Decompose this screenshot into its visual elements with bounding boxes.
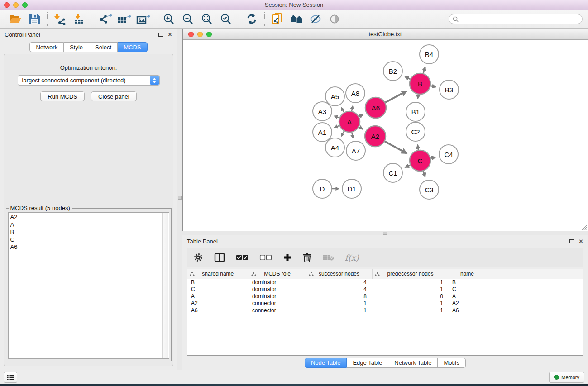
graph-node-A1[interactable]: A1 bbox=[313, 123, 332, 142]
graph-node-D[interactable]: D bbox=[313, 179, 332, 198]
cell-predecessor_nodes[interactable]: 1 bbox=[372, 279, 449, 286]
table-tab-edge-table[interactable]: Edge Table bbox=[347, 358, 388, 368]
graph-node-A3[interactable]: A3 bbox=[313, 102, 332, 121]
graph-node-B4[interactable]: B4 bbox=[420, 45, 439, 64]
graph-node-A8[interactable]: A8 bbox=[346, 84, 365, 103]
vertical-splitter[interactable] bbox=[177, 29, 182, 370]
cell-mcds_role[interactable]: dominator bbox=[249, 286, 306, 293]
edge-C-C2[interactable] bbox=[418, 145, 419, 150]
column-header-MCDS-role[interactable]: MCDS role bbox=[249, 269, 306, 279]
result-item[interactable]: B bbox=[10, 229, 162, 236]
cell-empty[interactable] bbox=[486, 286, 583, 293]
tab-select[interactable]: Select bbox=[89, 42, 118, 52]
result-scrollbar[interactable] bbox=[162, 213, 168, 358]
close-table-panel-icon[interactable]: ✕ bbox=[578, 238, 583, 244]
graph-node-A5[interactable]: A5 bbox=[325, 87, 344, 106]
graph-node-C3[interactable]: C3 bbox=[420, 180, 439, 199]
column-header-successor-nodes[interactable]: successor nodes bbox=[306, 269, 372, 279]
table-row[interactable]: Bdominator41B bbox=[187, 279, 583, 286]
home-icon[interactable] bbox=[288, 12, 305, 26]
deselect-all-icon[interactable] bbox=[259, 254, 272, 261]
resize-grip-icon[interactable] bbox=[581, 224, 587, 230]
close-panel-button[interactable]: Close panel bbox=[91, 91, 137, 101]
column-header-shared-name[interactable]: shared name bbox=[187, 269, 249, 279]
cell-empty[interactable] bbox=[486, 307, 583, 314]
graph-node-B3[interactable]: B3 bbox=[440, 80, 459, 99]
table-row[interactable]: A2connector11A2 bbox=[187, 300, 583, 307]
column-header-predecessor-nodes[interactable]: predecessor nodes bbox=[372, 269, 449, 279]
export-table-icon[interactable] bbox=[116, 12, 132, 26]
memory-button[interactable]: Memory bbox=[549, 372, 584, 383]
zoom-out-icon[interactable] bbox=[180, 12, 196, 26]
export-image-icon[interactable] bbox=[135, 12, 151, 26]
cell-empty[interactable] bbox=[486, 293, 583, 300]
cell-predecessor_nodes[interactable]: 0 bbox=[372, 293, 449, 300]
table-tab-network-table[interactable]: Network Table bbox=[388, 358, 438, 368]
graph-node-C4[interactable]: C4 bbox=[439, 145, 458, 164]
zoom-in-icon[interactable] bbox=[161, 12, 177, 26]
mcds-result-list[interactable]: A2ABCA6 bbox=[8, 212, 169, 359]
edge-A-A3[interactable] bbox=[335, 116, 339, 118]
graph-node-C1[interactable]: C1 bbox=[383, 163, 402, 182]
gear-icon[interactable] bbox=[193, 253, 203, 262]
graph-node-B1[interactable]: B1 bbox=[406, 102, 425, 121]
edge-C-C1[interactable] bbox=[405, 165, 410, 167]
tab-mcds[interactable]: MCDS bbox=[118, 42, 147, 52]
table-row[interactable]: Adominator80A bbox=[187, 293, 583, 300]
search-input[interactable] bbox=[461, 16, 578, 22]
export-network-icon[interactable] bbox=[97, 12, 113, 26]
graph-node-A6[interactable]: A6 bbox=[365, 97, 386, 118]
cell-mcds_role[interactable]: dominator bbox=[249, 293, 306, 300]
cell-mcds_role[interactable]: connector bbox=[249, 307, 306, 314]
edge-B-B1[interactable] bbox=[418, 95, 418, 99]
edge-B-B3[interactable] bbox=[431, 86, 436, 87]
cell-name[interactable]: A bbox=[449, 293, 486, 300]
splitter-grip[interactable] bbox=[178, 196, 182, 200]
copy-network-icon[interactable] bbox=[269, 12, 286, 26]
tab-style[interactable]: Style bbox=[64, 42, 89, 52]
network-window-titlebar[interactable]: testGlobe.txt bbox=[183, 29, 588, 40]
save-session-icon[interactable] bbox=[26, 12, 43, 26]
node-table[interactable]: shared nameMCDS rolesuccessor nodesprede… bbox=[187, 269, 583, 356]
cell-successor_nodes[interactable]: 1 bbox=[306, 300, 372, 307]
edge-A-A6[interactable] bbox=[359, 114, 363, 117]
import-network-icon[interactable] bbox=[52, 12, 68, 26]
delete-icon[interactable] bbox=[303, 253, 311, 262]
edge-B-B2[interactable] bbox=[405, 77, 410, 79]
graph-node-B[interactable]: B bbox=[410, 73, 430, 94]
cell-mcds_role[interactable]: connector bbox=[249, 300, 306, 307]
cell-successor_nodes[interactable]: 1 bbox=[306, 307, 372, 314]
graph-node-D1[interactable]: D1 bbox=[342, 179, 361, 198]
float-panel-icon[interactable] bbox=[158, 33, 163, 37]
edge-A2-C[interactable] bbox=[385, 141, 406, 153]
graph-node-A[interactable]: A bbox=[339, 111, 360, 132]
zoom-fit-icon[interactable] bbox=[199, 12, 215, 26]
edge-C-C3[interactable] bbox=[423, 171, 425, 177]
edge-B-B4[interactable] bbox=[423, 67, 425, 73]
cell-empty[interactable] bbox=[486, 300, 583, 307]
edge-A-A1[interactable] bbox=[335, 126, 339, 128]
result-item[interactable]: C bbox=[10, 236, 162, 244]
tab-network[interactable]: Network bbox=[29, 42, 64, 52]
columns-icon[interactable] bbox=[214, 253, 225, 262]
zoom-selected-icon[interactable] bbox=[218, 12, 234, 26]
show-icon[interactable] bbox=[326, 12, 343, 26]
cell-predecessor_nodes[interactable]: 1 bbox=[372, 307, 449, 314]
edge-C-C4[interactable] bbox=[430, 157, 435, 158]
splitter-grip[interactable] bbox=[383, 232, 387, 235]
cell-shared_name[interactable]: B bbox=[187, 279, 249, 286]
cell-predecessor_nodes[interactable]: 1 bbox=[372, 286, 449, 293]
run-mcds-button[interactable]: Run MCDS bbox=[40, 91, 85, 101]
edge-A-A2[interactable] bbox=[359, 127, 363, 129]
result-item[interactable]: A6 bbox=[10, 243, 162, 251]
graph-node-A2[interactable]: A2 bbox=[365, 126, 386, 147]
cell-shared_name[interactable]: A2 bbox=[187, 300, 249, 307]
table-tab-motifs[interactable]: Motifs bbox=[438, 358, 466, 368]
result-item[interactable]: A2 bbox=[10, 214, 162, 221]
edge-A6-B[interactable] bbox=[385, 91, 406, 103]
cell-name[interactable]: C bbox=[449, 286, 486, 293]
graph-node-A7[interactable]: A7 bbox=[346, 141, 365, 160]
refresh-icon[interactable] bbox=[244, 12, 260, 26]
add-icon[interactable] bbox=[283, 253, 292, 262]
result-item[interactable]: A bbox=[10, 221, 162, 229]
